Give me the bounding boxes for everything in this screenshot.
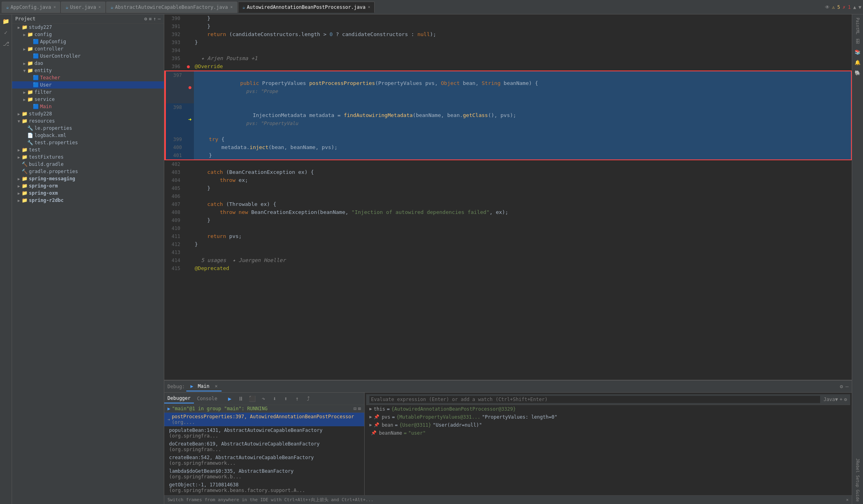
code-editor[interactable]: 390 } 391 } 392 return bbox=[164, 14, 852, 380]
code-line-398: 398 ➜ InjectionMetadata metadata = findA… bbox=[164, 103, 852, 135]
step-over-btn[interactable]: ↷ bbox=[259, 394, 268, 403]
tree-item[interactable]: 🔧test.properties bbox=[12, 139, 164, 146]
tab-processor-close[interactable]: × bbox=[368, 5, 370, 9]
tree-item[interactable]: ▶📁controller bbox=[12, 45, 164, 52]
tree-item-user[interactable]: 🟦User bbox=[12, 81, 164, 89]
evaluate-btn[interactable]: ⤴ bbox=[304, 394, 313, 403]
tab-autowired-processor[interactable]: ☕ AutowiredAnnotationBeanPostProcessor.j… bbox=[238, 2, 375, 13]
stop-btn[interactable]: ⬛ bbox=[248, 394, 256, 403]
tree-item[interactable]: ▶📁study228 bbox=[12, 110, 164, 117]
stack-frame-4[interactable]: lambda$doGetBean$0:335, AbstractBeanFact… bbox=[164, 467, 364, 481]
database-icon[interactable]: 🗄 bbox=[853, 37, 863, 46]
run-to-cursor-btn[interactable]: ↑ bbox=[292, 394, 301, 403]
warning-count: 5 bbox=[837, 4, 840, 10]
tree-item[interactable]: ▶📁dao bbox=[12, 60, 164, 67]
java-icon-3: ☕ bbox=[111, 4, 113, 10]
add-watch-icon[interactable]: + bbox=[840, 397, 843, 402]
debugger-tab[interactable]: Debugger bbox=[164, 394, 194, 403]
code-line-407: 407 catch (Throwable ex) { bbox=[164, 200, 852, 208]
tree-item[interactable]: 🔨gradle.properties bbox=[12, 168, 164, 175]
code-lines: 390 } 391 } 392 return bbox=[164, 14, 852, 272]
status-close-icon[interactable]: × bbox=[846, 497, 849, 502]
project-icon[interactable]: 📁 bbox=[1, 16, 11, 26]
debug-tab-close[interactable]: × bbox=[215, 383, 218, 389]
tree-item-service[interactable]: ▶📁service bbox=[12, 96, 164, 103]
tree-item[interactable]: 🟦Main bbox=[12, 103, 164, 110]
stack-frame-3[interactable]: createBean:542, AbstractAutowireCapableB… bbox=[164, 454, 364, 467]
collapse-icon[interactable]: ↑ bbox=[153, 16, 156, 22]
java-label: Java▼ bbox=[823, 397, 838, 402]
tree-item[interactable]: ▶📁spring-r2dbc bbox=[12, 197, 164, 204]
stack-frame-0[interactable]: ➜ postProcessProperties:397, AutowiredAn… bbox=[164, 413, 364, 426]
git-icon[interactable]: ⎇ bbox=[1, 38, 11, 49]
console-tab[interactable]: Console bbox=[194, 394, 221, 403]
pause-btn[interactable]: ⏸ bbox=[236, 394, 245, 403]
stack-frame-1[interactable]: populateBean:1431, AbstractAutowireCapab… bbox=[164, 426, 364, 440]
left-icon-strip: 📁 ✓ ⎇ bbox=[0, 14, 12, 504]
expand-icon[interactable]: ≡ bbox=[149, 16, 151, 22]
eyeglass-icon[interactable]: 👁 bbox=[825, 4, 830, 10]
tabs-toolbar: 👁 ⚠ 5 ✗ 1 ▲ ▼ bbox=[825, 4, 861, 10]
jrebel-icon[interactable]: JRebel Setup Guide bbox=[853, 457, 863, 503]
breakpoint-397[interactable]: ● bbox=[188, 83, 191, 91]
stack-frame-2[interactable]: doCreateBean:619, AbstractAutowireCapabl… bbox=[164, 440, 364, 454]
tree-item[interactable]: 🟦Teacher bbox=[12, 74, 164, 81]
tree-item[interactable]: 📄logback.xml bbox=[12, 132, 164, 139]
stack-frame-5[interactable]: getObject:-1, 1710814638 (org.springfram… bbox=[164, 481, 364, 494]
status-bar-text: Switch frames from anywhere in the IDE w… bbox=[167, 497, 373, 503]
tree-item[interactable]: ▶📁test bbox=[12, 146, 164, 153]
tree-item[interactable]: 🔧le.properties bbox=[12, 125, 164, 132]
code-line-390: 390 } bbox=[164, 14, 852, 22]
settings-icon[interactable]: ⚙ bbox=[144, 16, 147, 22]
resume-btn[interactable]: ▶ bbox=[225, 394, 234, 403]
tab-main-debug[interactable]: ▶ Main × bbox=[186, 382, 222, 391]
stack-frames: ➜ postProcessProperties:397, AutowiredAn… bbox=[164, 413, 364, 495]
commit-icon[interactable]: ✓ bbox=[1, 27, 11, 38]
tree-item[interactable]: 🔨build.gradle bbox=[12, 161, 164, 168]
painttml-icon[interactable]: PaintML bbox=[853, 16, 863, 36]
tree-item[interactable]: ▶📁config bbox=[12, 31, 164, 38]
step-out-btn[interactable]: ⬆ bbox=[281, 394, 290, 403]
nav-up[interactable]: ▲ bbox=[853, 4, 856, 10]
var-bean[interactable]: ▶ 📌 bean = {User@3311} "User(addr=null)" bbox=[366, 421, 850, 429]
tree-item[interactable]: 🟦UserController bbox=[12, 52, 164, 60]
var-beanname[interactable]: 📌 beanName = "user" bbox=[366, 429, 850, 437]
debug-tabs-bar: Debug: ▶ Main × ⚙ — bbox=[164, 381, 852, 393]
tree-item[interactable]: ▼📁entity bbox=[12, 67, 164, 74]
code-line-401: 401 } bbox=[164, 151, 852, 160]
tab-appconfig-close[interactable]: × bbox=[53, 5, 56, 9]
tab-abstract-close[interactable]: × bbox=[230, 5, 233, 9]
minimize-icon[interactable]: — bbox=[158, 16, 161, 22]
tab-appconfig[interactable]: ☕ AppConfig.java × bbox=[2, 2, 60, 13]
code-line-402: 402 bbox=[164, 160, 852, 168]
debug-settings-icon[interactable]: ⚙ bbox=[840, 383, 843, 389]
tree-item[interactable]: ▼📁resources bbox=[12, 117, 164, 125]
var-this[interactable]: ▶ this = {AutowiredAnnotationBeanPostPro… bbox=[366, 405, 850, 413]
expand-stack-icon[interactable]: ⊞ bbox=[358, 406, 361, 411]
tree-item[interactable]: ▶📁filter bbox=[12, 89, 164, 96]
tree-item[interactable]: ▶📁spring-oxm bbox=[12, 190, 164, 197]
filter-icon[interactable]: ⊟ bbox=[354, 406, 357, 411]
tree-item[interactable]: 🟦AppConfig bbox=[12, 38, 164, 45]
nav-down[interactable]: ▼ bbox=[859, 4, 861, 10]
tree-item[interactable]: ▶📁spring-orm bbox=[12, 182, 164, 190]
var-pvs[interactable]: ▶ 📌 pvs = {MutablePropertyValues@331... … bbox=[366, 413, 850, 421]
debug-close-icon[interactable]: — bbox=[845, 383, 849, 389]
tree-item[interactable]: ▶📁study227 bbox=[12, 24, 164, 31]
watch-input[interactable] bbox=[369, 396, 820, 403]
tab-user-close[interactable]: × bbox=[99, 5, 101, 9]
breakpoint-396[interactable]: ● bbox=[187, 62, 190, 71]
classlib-icon[interactable]: 📚 bbox=[853, 47, 863, 57]
tab-user[interactable]: ☕ User.java × bbox=[61, 2, 105, 13]
debug-panel-controls: ⚙ — bbox=[840, 383, 849, 389]
tree-item[interactable]: ▶📁spring-messaging bbox=[12, 175, 164, 182]
watch-settings-icon[interactable]: ⚙ bbox=[844, 397, 847, 402]
tab-abstract-autowire[interactable]: ☕ AbstractAutowireCapableBeanFactory.jav… bbox=[106, 2, 237, 13]
tree-item[interactable]: ▶📁testFixtures bbox=[12, 153, 164, 161]
notifications-icon[interactable]: 🔔 bbox=[853, 58, 863, 67]
code-line-415: 415 @Deprecated bbox=[164, 264, 852, 272]
step-into-btn[interactable]: ⬇ bbox=[270, 394, 279, 403]
java-icon-4: ☕ bbox=[242, 4, 245, 10]
code-line-408: 408 throw new BeanCreationException(bean… bbox=[164, 208, 852, 216]
gradle-icon[interactable]: 🐘 bbox=[853, 68, 863, 78]
